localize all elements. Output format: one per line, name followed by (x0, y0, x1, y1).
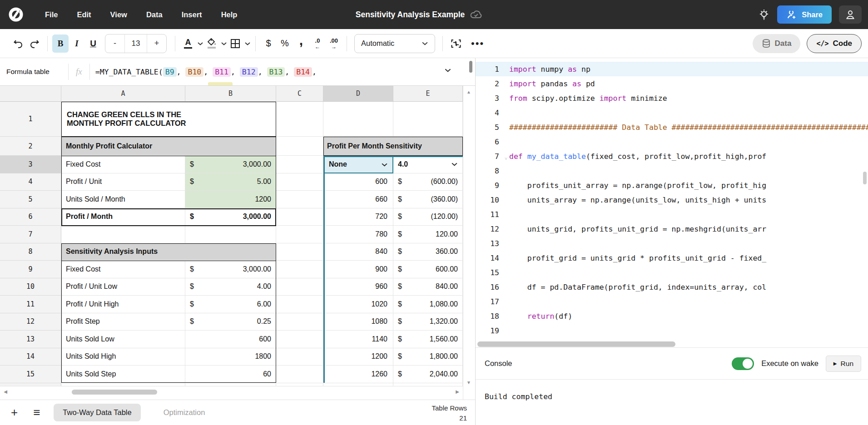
code-line[interactable]: 8 (476, 163, 868, 178)
data-panel-button[interactable]: Data (753, 34, 801, 53)
cell-label[interactable]: Profit / Unit Low (61, 278, 185, 296)
scroll-up-icon[interactable]: ▲ (466, 89, 471, 94)
add-sheet-button[interactable]: + (11, 405, 18, 420)
code-line[interactable]: 4 (476, 105, 868, 120)
sensitivity-table-header[interactable]: Profit Per Month Sensitivity (323, 137, 463, 156)
cell-label[interactable]: Profit Step (61, 313, 185, 331)
redo-button[interactable] (26, 35, 43, 53)
code-editor[interactable]: 1import numpy as np2import pandas as pd3… (476, 62, 868, 341)
number-format-select[interactable]: Automatic (354, 34, 435, 53)
cell-units-value[interactable]: 900 (323, 261, 393, 278)
chevron-down-icon[interactable] (244, 42, 251, 45)
code-panel-button[interactable]: </> Code (807, 34, 862, 53)
code-horizontal-scrollbar[interactable] (477, 341, 675, 347)
cell-reference-chip[interactable]: B12 (240, 67, 258, 77)
cell[interactable] (276, 278, 323, 296)
cell-profit-value[interactable]: $120.00 (393, 226, 463, 243)
column-header-c[interactable]: C (276, 86, 323, 102)
cell-units-value[interactable]: 660 (323, 191, 393, 208)
code-line[interactable]: 17 (476, 294, 868, 309)
more-options-button[interactable]: ••• (471, 38, 484, 49)
font-size-increase[interactable]: + (147, 35, 166, 53)
cell-units-value[interactable]: 1080 (323, 313, 393, 331)
cell[interactable] (276, 366, 323, 383)
formula-expand-chevron-icon[interactable] (444, 68, 451, 72)
cell-value[interactable]: $3,000.00 (185, 208, 276, 226)
sheet-vertical-scrollbar[interactable]: ▲ ▼ (463, 86, 475, 400)
cell[interactable] (276, 208, 323, 226)
code-line[interactable]: 7˅def my_data_table(fixed_cost, profit_l… (476, 149, 868, 163)
cell-label[interactable]: Units Sold / Month (61, 191, 185, 208)
cell-profit-value[interactable]: $(360.00) (393, 191, 463, 208)
cell[interactable] (393, 102, 463, 137)
text-color-button[interactable]: A (180, 35, 196, 53)
cell-profit-value[interactable]: $1,800.00 (393, 348, 463, 366)
row-header[interactable]: 7 (0, 226, 61, 243)
lightbulb-icon[interactable] (758, 8, 770, 21)
cell-label[interactable]: Profit / Unit (61, 173, 185, 191)
row-header[interactable]: 11 (0, 296, 61, 313)
scroll-right-icon[interactable]: ▶ (452, 389, 463, 394)
cell-profit-value[interactable]: $(120.00) (393, 208, 463, 226)
cell[interactable] (276, 261, 323, 278)
italic-button[interactable]: I (69, 35, 85, 53)
cell-profit-value[interactable]: $1,080.00 (393, 296, 463, 313)
cell-profit-value[interactable]: $(600.00) (393, 173, 463, 191)
cell[interactable] (276, 331, 323, 348)
corner-header[interactable] (0, 86, 61, 102)
decrease-decimals-button[interactable]: .0← (309, 35, 326, 53)
increase-decimals-button[interactable]: .00→ (326, 35, 342, 53)
cell-reference-chip[interactable]: B11 (213, 67, 231, 77)
cell-value[interactable] (185, 226, 276, 243)
cell-label[interactable]: Fixed Cost (61, 261, 185, 278)
cell-value[interactable]: $4.00 (185, 278, 276, 296)
section-header-cell[interactable]: Sensitivity Analysis Inputs (61, 243, 276, 261)
font-size-decrease[interactable]: - (105, 35, 124, 53)
code-line[interactable]: 2import pandas as pd (476, 76, 868, 91)
row-header[interactable]: 2 (0, 137, 61, 156)
cell[interactable] (323, 102, 393, 137)
menu-item-file[interactable]: File (45, 10, 58, 19)
formula-input[interactable]: =MY_DATA_TABLE(B9, B10, B11, B12, B13, B… (90, 67, 317, 77)
code-line[interactable]: 9 profits_unit_array = np.arange(profit_… (476, 178, 868, 193)
sheet-tab-optimization[interactable]: Optimization (154, 404, 214, 421)
code-line[interactable]: 15 (476, 265, 868, 280)
convert-to-table-button[interactable] (447, 35, 465, 53)
row-header[interactable]: 14 (0, 348, 61, 366)
cell-value[interactable]: 600 (185, 331, 276, 348)
formula-scrollbar[interactable] (469, 61, 472, 73)
borders-button[interactable] (227, 35, 243, 53)
undo-button[interactable] (10, 35, 26, 53)
menu-item-help[interactable]: Help (221, 10, 238, 19)
code-line[interactable]: 1import numpy as np (476, 62, 868, 76)
cell[interactable] (276, 243, 323, 261)
cell-units-value[interactable]: 1020 (323, 296, 393, 313)
section-header-cell[interactable]: Monthly Profit Calculator (61, 137, 276, 156)
row-header[interactable]: 9 (0, 261, 61, 278)
column-header-b[interactable]: B (185, 86, 276, 102)
sheet-horizontal-scrollbar[interactable]: ◀ ▶ (0, 386, 463, 397)
share-button[interactable]: Share (777, 5, 832, 24)
currency-format-button[interactable]: $ (260, 35, 277, 53)
run-button[interactable]: ▶ Run (826, 356, 861, 372)
code-line[interactable]: 6 (476, 134, 868, 149)
cell-units-value[interactable]: 960 (323, 278, 393, 296)
bold-button[interactable]: B (52, 35, 69, 53)
cell-value[interactable]: $6.00 (185, 296, 276, 313)
cell-units-value[interactable]: 600 (323, 173, 393, 191)
row-header[interactable]: 6 (0, 208, 61, 226)
cell[interactable] (276, 156, 323, 173)
scroll-down-icon[interactable]: ▼ (466, 380, 471, 385)
code-line[interactable]: 13 (476, 236, 868, 251)
cell[interactable] (276, 313, 323, 331)
row-header[interactable]: 8 (0, 243, 61, 261)
cell-value[interactable]: $5.00 (185, 173, 276, 191)
cell[interactable] (276, 102, 323, 137)
code-line[interactable]: 14 profit_grid = units_grid * profits_un… (476, 251, 868, 265)
cell-units-value[interactable]: 780 (323, 226, 393, 243)
cell-reference-chip[interactable]: B14 (294, 67, 312, 77)
cell-label[interactable] (61, 226, 185, 243)
cell-value[interactable]: 1800 (185, 348, 276, 366)
scrollbar-thumb[interactable] (72, 390, 157, 395)
scroll-left-icon[interactable]: ◀ (0, 389, 11, 394)
